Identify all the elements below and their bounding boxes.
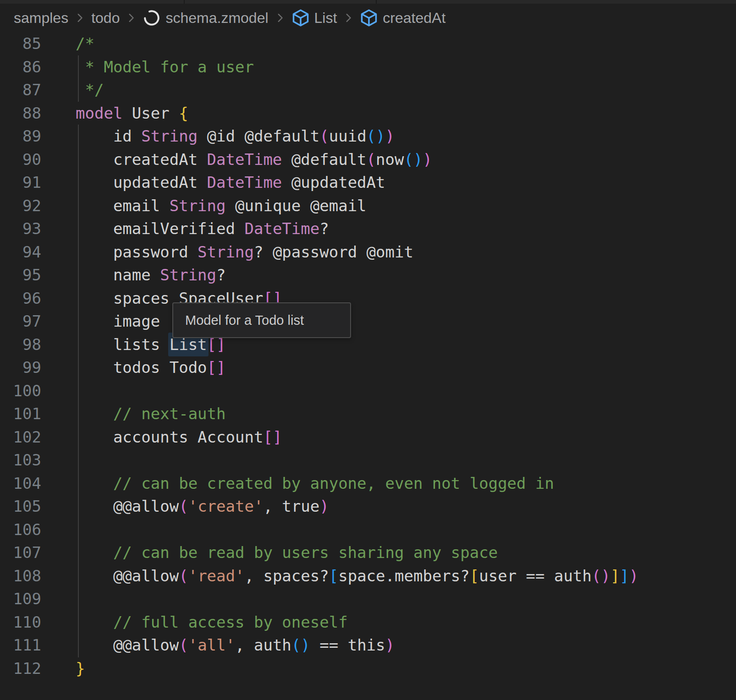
code-line[interactable]: 110 // full access by oneself [0, 611, 736, 634]
line-number[interactable]: 87 [0, 78, 41, 102]
code-line-content[interactable]: emailVerified DateTime? [76, 217, 329, 241]
line-number[interactable]: 101 [0, 402, 41, 426]
line-number[interactable]: 98 [0, 333, 41, 356]
hover-tooltip: Model for a Todo list [172, 302, 351, 338]
code-line[interactable]: 104 // can be created by anyone, even no… [0, 472, 736, 495]
line-number[interactable]: 102 [0, 426, 41, 449]
code-line-content[interactable]: email String @unique @email [76, 194, 367, 218]
code-line[interactable]: 108 @@allow('read', spaces?[space.member… [0, 564, 736, 588]
line-number[interactable]: 89 [0, 125, 41, 148]
code-line-content[interactable]: name String? [76, 263, 226, 287]
code-line-content[interactable]: * Model for a user [76, 55, 254, 79]
line-number[interactable]: 103 [0, 448, 41, 472]
code-line-content[interactable]: @@allow('all', auth() == this) [76, 634, 395, 657]
line-number[interactable]: 90 [0, 148, 41, 171]
breadcrumb-item-todo[interactable]: todo [91, 10, 120, 27]
code-line[interactable]: 98 lists List[] [0, 333, 736, 356]
line-number[interactable]: 91 [0, 171, 41, 194]
code-token: ? @password @omit [254, 243, 413, 261]
code-line[interactable]: 94 password String? @password @omit [0, 241, 736, 264]
line-number[interactable]: 94 [0, 241, 41, 264]
code-token: String [198, 243, 254, 261]
breadcrumb-item-list[interactable]: List [291, 9, 337, 27]
code-line[interactable]: 102 accounts Account[] [0, 426, 736, 449]
code-token: email [76, 197, 170, 215]
code-line[interactable]: 86 * Model for a user [0, 55, 736, 79]
code-token: , spaces? [244, 567, 329, 585]
code-line-content[interactable]: @@allow('create', true) [76, 495, 329, 518]
code-line[interactable]: 105 @@allow('create', true) [0, 495, 736, 518]
code-line-content[interactable]: */ [76, 78, 104, 102]
line-number[interactable]: 99 [0, 356, 41, 379]
line-number[interactable]: 108 [0, 564, 41, 588]
code-line[interactable]: 107 // can be read by users sharing any … [0, 541, 736, 564]
breadcrumb-item-samples[interactable]: samples [14, 10, 68, 27]
code-line[interactable]: 95 name String? [0, 263, 736, 287]
line-number[interactable]: 97 [0, 310, 41, 333]
line-number[interactable]: 111 [0, 634, 41, 657]
line-number[interactable]: 106 [0, 518, 41, 541]
code-line[interactable]: 100 [0, 379, 736, 403]
code-line-content[interactable]: accounts Account[] [76, 426, 282, 449]
code-line-content[interactable]: model User { [76, 102, 188, 125]
code-editor[interactable]: 85/*86 * Model for a user87 */88model Us… [0, 32, 736, 680]
tab-separator [376, 0, 377, 4]
code-line[interactable]: 87 */ [0, 78, 736, 102]
line-number[interactable]: 104 [0, 472, 41, 495]
code-line-content[interactable]: // can be created by anyone, even not lo… [76, 472, 554, 495]
code-line[interactable]: 99 todos Todo[] [0, 356, 736, 379]
code-line[interactable]: 109 [0, 587, 736, 611]
code-line-content[interactable]: // can be read by users sharing any spac… [76, 541, 498, 564]
code-token: String [170, 197, 226, 215]
line-number[interactable]: 88 [0, 102, 41, 125]
code-line-content[interactable]: // full access by oneself [76, 611, 348, 634]
code-token: [] [263, 428, 282, 446]
code-line[interactable]: 103 [0, 448, 736, 472]
breadcrumb-item-schema-zmodel[interactable]: schema.zmodel [143, 9, 268, 27]
code-line[interactable]: 111 @@allow('all', auth() == this) [0, 634, 736, 657]
code-line-content[interactable]: id String @id @default(uuid()) [76, 125, 395, 148]
code-line[interactable]: 96 spaces SpaceUser[] [0, 287, 736, 310]
code-line-content[interactable]: createdAt DateTime @default(now()) [76, 148, 432, 171]
code-line[interactable]: 88model User { [0, 102, 736, 125]
line-number[interactable]: 105 [0, 495, 41, 518]
code-token: ( [367, 150, 376, 169]
code-line-content[interactable]: todos Todo[] [76, 356, 226, 379]
code-token: [ [329, 567, 338, 585]
code-line[interactable]: 91 updatedAt DateTime @updatedAt [0, 171, 736, 194]
code-token: 'all' [188, 636, 235, 654]
code-line[interactable]: 112} [0, 657, 736, 680]
line-number[interactable]: 93 [0, 217, 41, 241]
code-line-content[interactable]: updatedAt DateTime @updatedAt [76, 171, 385, 194]
code-line[interactable]: 97 image [0, 310, 736, 333]
line-number[interactable]: 85 [0, 32, 41, 55]
code-line-content[interactable]: image [76, 310, 160, 333]
code-token: DateTime [244, 219, 319, 238]
code-line[interactable]: 101 // next-auth [0, 402, 736, 426]
code-line-content[interactable]: @@allow('read', spaces?[space.members?[u… [76, 564, 638, 588]
breadcrumb-item-label: samples [14, 10, 68, 27]
code-token: now [376, 150, 404, 169]
line-number[interactable]: 96 [0, 287, 41, 310]
code-line[interactable]: 92 email String @unique @email [0, 194, 736, 218]
line-number[interactable]: 109 [0, 587, 41, 611]
code-token: () [291, 636, 310, 654]
code-line-content[interactable]: /* [76, 32, 94, 55]
code-line[interactable]: 85/* [0, 32, 736, 55]
line-number[interactable]: 92 [0, 194, 41, 218]
line-number[interactable]: 112 [0, 657, 41, 680]
code-line[interactable]: 89 id String @id @default(uuid()) [0, 125, 736, 148]
line-number[interactable]: 107 [0, 541, 41, 564]
code-line[interactable]: 93 emailVerified DateTime? [0, 217, 736, 241]
line-number[interactable]: 95 [0, 263, 41, 287]
code-line-content[interactable]: password String? @password @omit [76, 241, 413, 264]
line-number[interactable]: 86 [0, 55, 41, 79]
line-number[interactable]: 100 [0, 379, 41, 403]
code-line[interactable]: 106 [0, 518, 736, 541]
code-line[interactable]: 90 createdAt DateTime @default(now()) [0, 148, 736, 171]
breadcrumb-item-createdat[interactable]: createdAt [360, 9, 445, 27]
line-number[interactable]: 110 [0, 611, 41, 634]
code-line-content[interactable]: // next-auth [76, 402, 226, 426]
code-token: // next-auth [76, 405, 226, 423]
code-line-content[interactable]: } [76, 657, 85, 680]
